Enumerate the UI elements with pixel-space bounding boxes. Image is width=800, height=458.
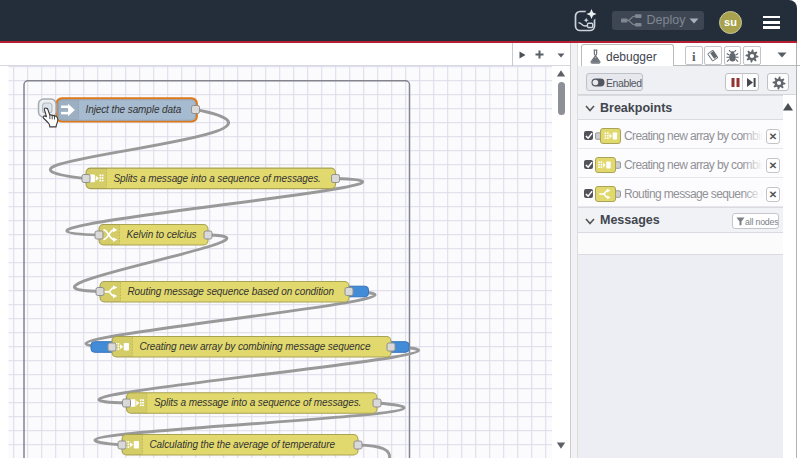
svg-text:Inject the sample data: Inject the sample data	[86, 104, 182, 115]
svg-text:Splits a message into a sequen: Splits a message into a sequence of mess…	[154, 397, 361, 408]
svg-text:Creating new array by combinin: Creating new array by combining message …	[140, 341, 371, 352]
svg-text:Calculating the the average of: Calculating the the average of temperatu…	[150, 439, 336, 450]
svg-text:Splits a message into a sequen: Splits a message into a sequence of mess…	[114, 172, 321, 183]
svg-text:Kelvin to celcius: Kelvin to celcius	[127, 229, 197, 240]
svg-text:Routing message sequence based: Routing message sequence based on condit…	[128, 286, 335, 297]
